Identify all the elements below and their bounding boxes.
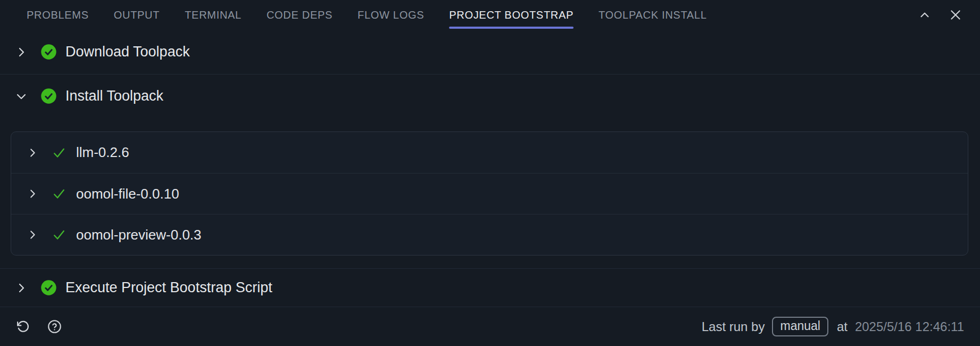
check-icon [52,145,67,160]
check-icon [52,186,67,201]
rotate-ccw-icon[interactable] [15,319,30,334]
package-row-oomol-preview[interactable]: oomol-preview-0.0.3 [11,214,968,255]
package-label: llm-0.2.6 [76,144,129,161]
success-check-circle-icon [40,279,57,296]
step-row-execute-bootstrap-script[interactable]: Execute Project Bootstrap Script [0,269,980,307]
run-trigger-badge: manual [772,317,828,336]
package-row-llm[interactable]: llm-0.2.6 [11,132,968,173]
status-footer: Last run by manual at 2025/5/16 12:46:11 [0,307,980,346]
close-icon[interactable] [948,7,963,22]
tab-list: PROBLEMS OUTPUT TERMINAL CODE DEPS FLOW … [27,0,707,30]
package-list-panel: llm-0.2.6 oomol-file-0.0.10 oomol-previe… [11,131,968,256]
package-row-oomol-file[interactable]: oomol-file-0.0.10 [11,173,968,214]
chevron-right-icon[interactable] [26,228,39,241]
panel-tab-bar: PROBLEMS OUTPUT TERMINAL CODE DEPS FLOW … [0,0,980,30]
tab-code-deps[interactable]: CODE DEPS [267,0,333,30]
help-circle-icon[interactable] [47,319,62,334]
last-run-label: Last run by [702,319,765,334]
tab-flow-logs[interactable]: FLOW LOGS [358,0,424,30]
check-icon [52,227,67,242]
tab-project-bootstrap[interactable]: PROJECT BOOTSTRAP [449,0,574,30]
last-run-timestamp: 2025/5/16 12:46:11 [855,319,964,334]
at-label: at [837,319,848,334]
panel-actions [917,0,980,30]
tab-toolpack-install[interactable]: TOOLPACK INSTALL [599,0,707,30]
tab-output[interactable]: OUTPUT [114,0,160,30]
chevron-right-icon[interactable] [14,281,28,295]
footer-actions [15,319,62,334]
chevron-right-icon[interactable] [14,45,28,59]
chevron-down-icon[interactable] [14,89,28,103]
package-label: oomol-preview-0.0.3 [76,227,202,243]
step-label: Install Toolpack [65,88,163,104]
last-run-info: Last run by manual at 2025/5/16 12:46:11 [702,317,964,336]
step-label: Execute Project Bootstrap Script [65,279,272,296]
chevron-right-icon[interactable] [26,187,39,200]
step-row-download-toolpack[interactable]: Download Toolpack [0,30,980,74]
step-label: Download Toolpack [65,44,190,60]
tab-terminal[interactable]: TERMINAL [185,0,242,30]
success-check-circle-icon [40,88,57,104]
chevron-right-icon[interactable] [26,146,39,159]
tab-problems[interactable]: PROBLEMS [27,0,89,30]
package-label: oomol-file-0.0.10 [76,186,179,202]
step-row-install-toolpack[interactable]: Install Toolpack [0,75,980,118]
chevron-up-icon[interactable] [917,7,932,22]
install-toolpack-content: llm-0.2.6 oomol-file-0.0.10 oomol-previe… [0,118,980,268]
success-check-circle-icon [40,44,57,60]
